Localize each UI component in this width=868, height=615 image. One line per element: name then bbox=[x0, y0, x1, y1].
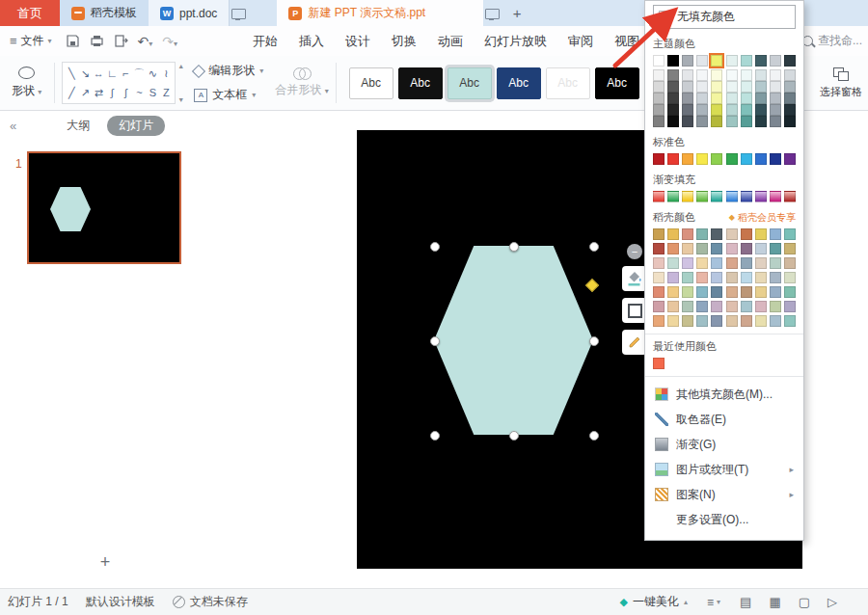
color-swatch[interactable] bbox=[726, 93, 738, 104]
color-swatch[interactable] bbox=[696, 228, 708, 240]
color-swatch[interactable] bbox=[711, 272, 722, 283]
color-swatch[interactable] bbox=[682, 116, 693, 127]
color-swatch[interactable] bbox=[667, 272, 679, 283]
color-swatch[interactable] bbox=[755, 81, 767, 93]
color-swatch[interactable] bbox=[682, 286, 693, 298]
color-swatch[interactable] bbox=[770, 301, 781, 312]
color-swatch[interactable] bbox=[667, 93, 679, 104]
home-tab[interactable]: 首页 bbox=[0, 0, 60, 26]
color-swatch[interactable] bbox=[711, 301, 722, 312]
color-swatch[interactable] bbox=[653, 286, 665, 298]
new-tab-button[interactable]: + bbox=[505, 0, 529, 26]
resize-handle-n[interactable] bbox=[509, 242, 519, 252]
gradient-swatch[interactable] bbox=[696, 191, 708, 202]
shape-button[interactable]: 形状 ▾ bbox=[6, 65, 47, 101]
color-swatch[interactable] bbox=[696, 243, 708, 254]
tab-slides[interactable]: 幻灯片 bbox=[107, 116, 165, 136]
color-swatch[interactable] bbox=[667, 116, 679, 127]
color-swatch[interactable] bbox=[741, 93, 752, 104]
output-icon[interactable] bbox=[114, 34, 128, 48]
color-swatch[interactable] bbox=[726, 55, 738, 67]
shape-gallery-item[interactable]: Z bbox=[159, 83, 173, 102]
color-swatch[interactable] bbox=[696, 272, 708, 283]
shape-style-chip[interactable]: Abc bbox=[398, 67, 443, 99]
color-swatch[interactable] bbox=[741, 228, 752, 240]
color-swatch[interactable] bbox=[726, 286, 738, 298]
color-swatch[interactable] bbox=[755, 153, 767, 165]
view-mode-icon[interactable]: ▤ bbox=[740, 595, 751, 609]
color-swatch[interactable] bbox=[711, 55, 722, 67]
color-swatch[interactable] bbox=[770, 286, 781, 298]
color-swatch[interactable] bbox=[653, 257, 665, 269]
color-swatch[interactable] bbox=[667, 81, 679, 93]
design-template-label[interactable]: 默认设计模板 bbox=[86, 594, 155, 610]
ribbon-tab[interactable]: 视图 bbox=[614, 33, 639, 50]
color-swatch[interactable] bbox=[726, 228, 738, 240]
color-swatch[interactable] bbox=[755, 228, 767, 240]
slide-thumbnail[interactable] bbox=[27, 151, 181, 264]
gallery-up-icon[interactable]: ▲ bbox=[177, 63, 184, 69]
color-swatch[interactable] bbox=[711, 93, 722, 104]
selection-pane-button[interactable]: 选择窗格 bbox=[820, 67, 862, 99]
resize-handle-e[interactable] bbox=[589, 336, 599, 346]
color-swatch[interactable] bbox=[682, 55, 693, 67]
docer-member-badge[interactable]: ◆ 稻壳会员专享 bbox=[729, 211, 796, 225]
color-swatch[interactable] bbox=[741, 315, 752, 327]
color-swatch[interactable] bbox=[755, 104, 767, 116]
ribbon-tab[interactable]: 动画 bbox=[438, 33, 463, 50]
shape-gallery-item[interactable]: ⌐ bbox=[119, 64, 132, 83]
file-menu[interactable]: ≡ 文件 ▾ bbox=[0, 33, 62, 49]
color-swatch[interactable] bbox=[696, 69, 708, 81]
color-swatch[interactable] bbox=[696, 257, 708, 269]
color-swatch[interactable] bbox=[667, 69, 679, 81]
color-swatch[interactable] bbox=[770, 315, 781, 327]
resize-handle-ne[interactable] bbox=[589, 242, 599, 252]
color-swatch[interactable] bbox=[741, 286, 752, 298]
color-swatch[interactable] bbox=[682, 104, 693, 116]
color-swatch[interactable] bbox=[770, 69, 781, 81]
color-swatch[interactable] bbox=[755, 315, 767, 327]
color-swatch[interactable] bbox=[726, 272, 738, 283]
color-swatch[interactable] bbox=[653, 81, 665, 93]
gradient-swatch[interactable] bbox=[741, 191, 752, 202]
gradient-swatch[interactable] bbox=[770, 191, 781, 202]
shape-gallery-item[interactable]: ∫ bbox=[105, 83, 119, 102]
color-swatch[interactable] bbox=[784, 228, 796, 240]
color-swatch[interactable] bbox=[696, 153, 708, 165]
color-swatch[interactable] bbox=[667, 315, 679, 327]
color-swatch[interactable] bbox=[784, 272, 796, 283]
color-swatch[interactable] bbox=[711, 286, 722, 298]
color-swatch[interactable] bbox=[726, 315, 738, 327]
color-swatch[interactable] bbox=[726, 301, 738, 312]
shape-gallery-item[interactable]: ⌒ bbox=[132, 64, 146, 83]
notes-button[interactable]: ≡ ▾ bbox=[707, 596, 720, 609]
color-swatch[interactable] bbox=[726, 69, 738, 81]
color-swatch[interactable] bbox=[755, 55, 767, 67]
color-swatch[interactable] bbox=[770, 153, 781, 165]
color-swatch[interactable] bbox=[653, 55, 665, 67]
color-swatch[interactable] bbox=[653, 358, 665, 369]
shape-style-chip[interactable]: Abc bbox=[497, 67, 541, 99]
color-swatch[interactable] bbox=[711, 257, 722, 269]
shape-gallery-item[interactable]: ╱ bbox=[65, 83, 78, 102]
color-swatch[interactable] bbox=[667, 301, 679, 312]
menu-item[interactable]: 取色器(E) ▸ bbox=[653, 407, 796, 432]
color-swatch[interactable] bbox=[741, 116, 752, 127]
resize-handle-nw[interactable] bbox=[430, 242, 440, 252]
view-mode-icon[interactable]: ▦ bbox=[769, 595, 780, 609]
color-swatch[interactable] bbox=[696, 286, 708, 298]
color-swatch[interactable] bbox=[711, 243, 722, 254]
color-swatch[interactable] bbox=[726, 116, 738, 127]
tab-docer-templates[interactable]: 稻壳模板 bbox=[60, 0, 149, 26]
color-swatch[interactable] bbox=[653, 93, 665, 104]
gradient-swatch[interactable] bbox=[711, 191, 722, 202]
color-swatch[interactable] bbox=[696, 81, 708, 93]
screen-share-icon[interactable] bbox=[485, 9, 500, 19]
gradient-swatch[interactable] bbox=[784, 191, 796, 202]
tab-outline[interactable]: 大纲 bbox=[67, 118, 90, 134]
color-swatch[interactable] bbox=[682, 243, 693, 254]
view-mode-icon[interactable]: ▷ bbox=[827, 595, 837, 609]
color-swatch[interactable] bbox=[711, 153, 722, 165]
no-fill-option[interactable]: 无填充颜色 bbox=[653, 5, 796, 29]
collapse-panel-icon[interactable]: « bbox=[10, 119, 16, 133]
